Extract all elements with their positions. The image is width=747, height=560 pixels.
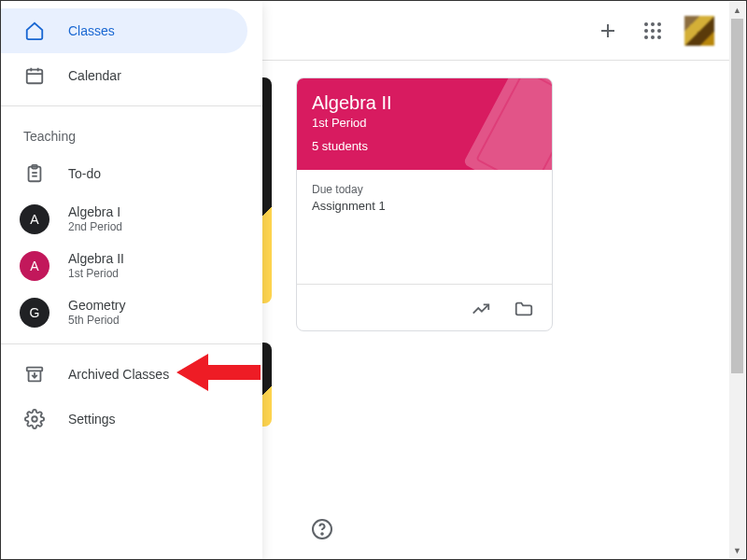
create-button[interactable]	[587, 10, 628, 51]
clipboard-icon	[23, 162, 46, 185]
svg-point-3	[651, 22, 655, 26]
nav-todo[interactable]: To-do	[1, 151, 247, 196]
nav-classes[interactable]: Classes	[1, 8, 247, 53]
nav-class-geometry[interactable]: G Geometry 5th Period	[1, 289, 247, 336]
help-icon	[311, 518, 333, 540]
home-icon	[23, 20, 46, 42]
nav-section-teaching: Teaching	[1, 114, 262, 151]
class-period: 1st Period	[68, 267, 124, 282]
nav-settings[interactable]: Settings	[1, 397, 247, 441]
class-period: 2nd Period	[68, 220, 122, 235]
svg-point-2	[644, 22, 648, 26]
svg-point-10	[657, 35, 661, 39]
class-period: 5th Period	[68, 314, 125, 329]
top-header	[262, 1, 729, 61]
nav-class-algebra1[interactable]: A Algebra I 2nd Period	[1, 196, 247, 243]
vertical-scrollbar[interactable]: ▲ ▼	[729, 2, 745, 558]
nav-calendar[interactable]: Calendar	[1, 53, 247, 98]
class-card-footer	[297, 284, 552, 331]
archive-icon	[23, 363, 46, 385]
nav-label: Calendar	[68, 68, 121, 83]
nav-label: Archived Classes	[68, 367, 169, 382]
svg-point-5	[644, 29, 648, 33]
scroll-down-button[interactable]: ▼	[729, 542, 745, 558]
class-name: Geometry	[68, 297, 125, 314]
due-today-label: Due today	[312, 183, 537, 196]
nav-label: Classes	[68, 23, 115, 38]
scrollbar-thumb[interactable]	[731, 19, 743, 373]
due-assignment[interactable]: Assignment 1	[312, 199, 537, 213]
class-avatar: A	[20, 251, 49, 281]
svg-rect-19	[27, 368, 43, 371]
svg-point-24	[321, 533, 323, 535]
plus-icon	[597, 20, 619, 42]
gear-icon	[23, 408, 46, 430]
class-card-header[interactable]: Algebra II 1st Period 5 students	[297, 78, 552, 170]
gradebook-button[interactable]	[462, 290, 500, 328]
class-avatar: G	[20, 298, 49, 328]
nav-divider	[1, 343, 262, 344]
nav-class-algebra2[interactable]: A Algebra II 1st Period	[1, 243, 247, 289]
class-avatar: A	[20, 204, 49, 234]
class-card-body: Due today Assignment 1	[297, 170, 552, 284]
trending-up-icon	[471, 299, 491, 319]
svg-rect-11	[27, 70, 43, 84]
nav-label: To-do	[68, 166, 101, 181]
nav-archived-classes[interactable]: Archived Classes	[1, 352, 247, 397]
svg-point-8	[644, 35, 648, 39]
class-card-algebra2[interactable]: Algebra II 1st Period 5 students Due tod…	[296, 77, 553, 331]
apps-button[interactable]	[632, 10, 673, 51]
nav-label: Settings	[68, 412, 116, 427]
class-name: Algebra II	[68, 250, 124, 267]
calendar-icon	[23, 64, 46, 87]
main-content: Algebra II 1st Period 5 students Due tod…	[262, 61, 729, 558]
svg-point-6	[651, 29, 655, 33]
folder-icon	[514, 299, 534, 319]
class-name: Algebra I	[68, 203, 122, 220]
navigation-drawer: Classes Calendar Teaching To-do A Algebr…	[1, 1, 262, 559]
svg-point-4	[657, 22, 661, 26]
help-button[interactable]	[303, 511, 341, 548]
svg-point-9	[651, 35, 655, 39]
folder-button[interactable]	[505, 290, 543, 328]
account-avatar[interactable]	[684, 16, 714, 46]
svg-point-21	[32, 416, 37, 422]
nav-divider	[1, 105, 262, 106]
svg-point-7	[657, 29, 661, 33]
scroll-up-button[interactable]: ▲	[729, 2, 745, 18]
apps-grid-icon	[641, 20, 664, 42]
